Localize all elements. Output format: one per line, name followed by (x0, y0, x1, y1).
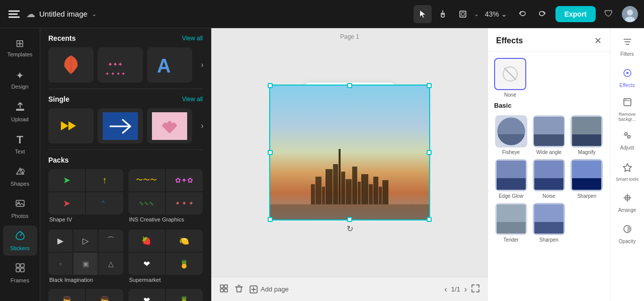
effect-edge-glow[interactable]: Edge Glow (494, 159, 528, 199)
handle-bottom-left[interactable] (268, 217, 273, 222)
effect-sharpen2[interactable]: Sharpen (532, 203, 566, 243)
sidebar-label-upload: Upload (11, 116, 29, 122)
sidebar-item-templates[interactable]: ⊞ Templates (3, 32, 37, 62)
sidebar-item-photos[interactable]: Photos (3, 193, 37, 223)
recents-scroll-right[interactable]: › (196, 47, 208, 83)
singles-scroll-right[interactable]: › (196, 108, 208, 143)
redo-button[interactable] (533, 5, 551, 23)
svg-text:A: A (157, 55, 171, 77)
add-page-button[interactable]: Add page (250, 285, 289, 293)
frame-tool-button[interactable] (454, 5, 472, 23)
topbar: ☁ Untitled image ⌄ ⌄ 43% ⌄ Export 🛡 (0, 0, 644, 28)
effect-thumb-edge-glow (495, 159, 527, 191)
pack-item-misc1[interactable]: 👦 👦 👧 👶 (48, 289, 123, 301)
user-avatar[interactable] (622, 6, 638, 22)
title-dropdown-icon[interactable]: ⌄ (92, 11, 97, 18)
singles-title: Single (48, 95, 69, 103)
mini-sidebar-opacity[interactable]: Opacity (613, 219, 641, 249)
undo-button[interactable] (513, 5, 531, 23)
sidebar-item-shapes[interactable]: Shapes (3, 161, 37, 191)
mini-sidebar-adjust[interactable]: Adjust (613, 126, 641, 155)
pan-tool-button[interactable] (434, 5, 452, 23)
recent-item-3[interactable]: A (147, 47, 192, 83)
svg-text:✦ ✦ ✦ ✦: ✦ ✦ ✦ ✦ (105, 71, 125, 77)
effect-none[interactable]: None (494, 58, 526, 98)
effect-sharpen[interactable]: Sharpen (570, 159, 604, 199)
handle-bottom-middle[interactable] (347, 217, 352, 222)
effect-tender[interactable]: Tender (494, 203, 528, 243)
handle-top-middle[interactable] (347, 83, 352, 88)
pack-label-black-imagination: Black Imagination (48, 275, 123, 285)
svg-point-39 (624, 133, 627, 135)
app-logo[interactable] (6, 6, 22, 22)
remove-bg-icon (622, 97, 632, 110)
recent-item-1[interactable] (48, 47, 94, 83)
canvas-element[interactable]: ↻ (269, 85, 430, 220)
zoom-control[interactable]: 43% ⌄ (481, 8, 511, 20)
select-tool-button[interactable] (414, 5, 432, 23)
svg-rect-32 (220, 289, 223, 292)
mini-sidebar-label-smart-tools: Smart tools (616, 177, 639, 182)
pack-item-misc2[interactable]: ❤ 🍍 🌿 🌕 (128, 289, 203, 301)
mini-sidebar-effects[interactable]: Effects (613, 63, 641, 93)
frame-dropdown-icon[interactable]: ⌄ (474, 11, 479, 18)
prev-page-button[interactable]: ‹ (444, 285, 447, 294)
effect-magnify[interactable]: Magnify (570, 115, 604, 155)
export-button[interactable]: Export (555, 6, 596, 22)
effect-label-sharpen2: Sharpen (539, 237, 558, 243)
smart-tools-icon (622, 162, 632, 175)
effect-thumb-sharpen (571, 159, 603, 191)
shield-button[interactable]: 🛡 (600, 5, 618, 23)
text-icon: T (17, 133, 23, 146)
sidebar-item-frames[interactable]: Frames (3, 258, 37, 288)
content-panel: Recents View all ✦✦✦✦ ✦ ✦ ✦ A › (40, 28, 211, 301)
effect-fisheye[interactable]: Fisheye (494, 115, 528, 155)
arrange-icon (622, 193, 632, 205)
pack-item-supermarket[interactable]: 🍓 🍋 ❤ 🍍 Supermarket (128, 230, 203, 285)
effect-label-magnify: Magnify (578, 149, 596, 155)
expand-button[interactable] (471, 284, 480, 295)
effect-wide-angle[interactable]: Wide angle (532, 115, 566, 155)
single-item-2[interactable] (98, 108, 143, 143)
pack-label-supermarket: Supermarket (128, 275, 203, 285)
pack-item-black-imagination[interactable]: ▶ ▷ ⌒ ▫ ▣ △ Black Imagination (48, 230, 123, 285)
single-item-3[interactable] (147, 108, 192, 143)
recents-view-all[interactable]: View all (182, 35, 203, 42)
mini-sidebar-remove-bg[interactable]: Remove backgr... (613, 95, 641, 124)
handle-top-left[interactable] (268, 83, 273, 88)
pack-item-shape-iv[interactable]: ➤ ↑ ➤ Shape IV (48, 169, 123, 224)
mini-sidebar-arrange[interactable]: Arrange (613, 188, 641, 217)
document-title: Untitled image (39, 10, 88, 18)
svg-rect-15 (21, 268, 24, 272)
sidebar-item-upload[interactable]: Upload (3, 97, 37, 127)
effect-thumb-noise (533, 159, 565, 191)
effects-panel: Effects ✕ None Basic (488, 28, 610, 301)
page-indicator: 1/1 (451, 285, 460, 293)
recents-title: Recents (48, 34, 75, 42)
sidebar-item-design[interactable]: ✦ Design (3, 64, 37, 95)
effects-grid: Fisheye Wide angle (488, 109, 610, 249)
singles-view-all[interactable]: View all (182, 96, 203, 103)
effects-close-button[interactable]: ✕ (594, 35, 602, 46)
effect-noise[interactable]: Noise (532, 159, 566, 199)
svg-rect-30 (220, 285, 223, 288)
handle-middle-right[interactable] (427, 150, 432, 155)
delete-page-button[interactable] (234, 284, 244, 295)
mini-sidebar-label-filters: Filters (620, 51, 634, 57)
handle-middle-left[interactable] (268, 150, 273, 155)
pack-item-ins[interactable]: 〜〜〜 ✿✦✿ ∿∿∿ ✦ ✦ ✦ INS Creative Graphics (128, 169, 203, 224)
effect-thumb-tender (495, 203, 527, 235)
recent-item-2[interactable]: ✦✦✦✦ ✦ ✦ ✦ (98, 47, 143, 83)
next-page-button[interactable]: › (464, 285, 467, 294)
grid-button[interactable] (219, 284, 228, 295)
sidebar-item-stickers[interactable]: Stickers (3, 225, 37, 256)
basic-section-label: Basic (488, 100, 610, 109)
handle-bottom-right[interactable] (427, 217, 432, 222)
single-item-1[interactable] (48, 108, 94, 143)
rotate-handle[interactable]: ↻ (347, 224, 353, 234)
mini-sidebar-smart-tools[interactable]: Smart tools (613, 157, 641, 186)
frames-icon (15, 263, 25, 275)
sidebar-item-text[interactable]: T Text (3, 129, 37, 159)
mini-sidebar-filters[interactable]: Filters (613, 32, 641, 61)
handle-top-right[interactable] (427, 83, 432, 88)
